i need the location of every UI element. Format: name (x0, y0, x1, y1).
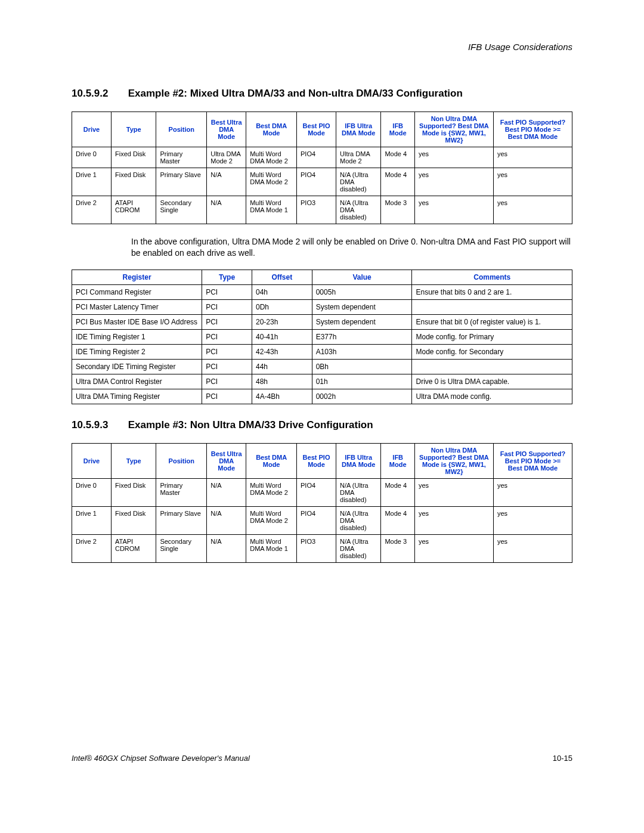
table-cell: 01h (312, 374, 412, 389)
column-header: Position (156, 112, 207, 147)
table-cell: PCI (202, 389, 252, 404)
column-header: Value (312, 270, 412, 284)
table-cell: yes (414, 168, 493, 196)
table-cell: E377h (312, 329, 412, 344)
table-row: PCI Master Latency TimerPCI0DhSystem dep… (72, 299, 572, 314)
table-cell: IDE Timing Register 1 (72, 329, 202, 344)
footer-left: Intel® 460GX Chipset Software Developer'… (72, 754, 250, 763)
table-cell: 04h (252, 284, 312, 299)
table-cell: 0005h (312, 284, 412, 299)
table-cell: Fixed Disk (111, 147, 156, 168)
table-cell: 48h (252, 374, 312, 389)
section-number: 10.5.9.2 (72, 88, 125, 100)
section-title: Example #2: Mixed Ultra DMA/33 and Non-u… (128, 88, 463, 99)
table-cell: Drive 1 (72, 168, 112, 196)
table-cell: N/A (207, 506, 246, 534)
section-heading-1: 10.5.9.2 Example #2: Mixed Ultra DMA/33 … (72, 88, 572, 100)
table-cell: PIO3 (297, 196, 336, 224)
table-cell: Primary Master (156, 478, 207, 506)
section-title: Example #3: Non Ultra DMA/33 Drive Confi… (128, 419, 373, 431)
section-number: 10.5.9.3 (72, 419, 125, 431)
table-cell: Multi Word DMA Mode 2 (246, 147, 297, 168)
column-header: IFB Mode (381, 112, 415, 147)
table-cell: Ultra DMA Mode 2 (207, 147, 246, 168)
table-cell: 0002h (312, 389, 412, 404)
paragraph-config-note: In the above configuration, Ultra DMA Mo… (131, 236, 572, 259)
table-cell: A103h (312, 344, 412, 359)
column-header: Best DMA Mode (246, 112, 297, 147)
table-cell: N/A (207, 196, 246, 224)
table-cell: Mode 3 (381, 534, 415, 562)
table-cell: Primary Slave (156, 506, 207, 534)
table-cell: Mode 4 (381, 147, 415, 168)
table-cell: PCI Master Latency Timer (72, 299, 202, 314)
table-cell: 20-23h (252, 314, 312, 329)
table-cell: Fixed Disk (111, 506, 156, 534)
table-cell: yes (414, 478, 493, 506)
table-row: PCI Command RegisterPCI04h0005hEnsure th… (72, 284, 572, 299)
table-example-3-drives: DriveTypePositionBest Ultra DMA ModeBest… (72, 443, 572, 563)
column-header: IFB Ultra DMA Mode (336, 443, 381, 478)
table-cell: Primary Slave (156, 168, 207, 196)
table-cell: Mode 4 (381, 478, 415, 506)
column-header: Fast PIO Supported? Best PIO Mode >= Bes… (493, 112, 572, 147)
table-cell (412, 299, 572, 314)
table-cell: Drive 0 is Ultra DMA capable. (412, 374, 572, 389)
table-cell: PCI (202, 374, 252, 389)
table-cell: Drive 0 (72, 478, 112, 506)
table-cell: Mode config. for Primary (412, 329, 572, 344)
table-cell: 0Dh (252, 299, 312, 314)
table-cell: Multi Word DMA Mode 2 (246, 478, 297, 506)
column-header: IFB Mode (381, 443, 415, 478)
table-cell: PCI Bus Master IDE Base I/O Address (72, 314, 202, 329)
column-header: Best PIO Mode (297, 112, 336, 147)
table-cell: N/A (207, 478, 246, 506)
table-cell: Mode 4 (381, 168, 415, 196)
table-cell: N/A (Ultra DMA disabled) (336, 478, 381, 506)
table-cell: Mode 3 (381, 196, 415, 224)
column-header: Best Ultra DMA Mode (207, 443, 246, 478)
table-cell: Mode config. for Secondary (412, 344, 572, 359)
table-example-2-registers: RegisterTypeOffsetValueComments PCI Comm… (72, 270, 572, 404)
table-cell: PIO4 (297, 168, 336, 196)
table-cell: Ensure that bit 0 (of register value) is… (412, 314, 572, 329)
table-cell: PIO4 (297, 506, 336, 534)
table-cell: N/A (Ultra DMA disabled) (336, 534, 381, 562)
column-header: Fast PIO Supported? Best PIO Mode >= Bes… (493, 443, 572, 478)
column-header: Type (111, 112, 156, 147)
column-header: Type (202, 270, 252, 284)
table-cell: yes (493, 478, 572, 506)
table-cell: Drive 2 (72, 196, 112, 224)
table-cell: yes (493, 196, 572, 224)
table-row: Drive 0Fixed DiskPrimary MasterUltra DMA… (72, 147, 572, 168)
table-cell: 40-41h (252, 329, 312, 344)
page-header: IFB Usage Considerations (72, 42, 572, 52)
table-cell: Ensure that bits 0 and 2 are 1. (412, 284, 572, 299)
table-row: PCI Bus Master IDE Base I/O AddressPCI20… (72, 314, 572, 329)
table-row: Drive 2ATAPI CDROMSecondary SingleN/AMul… (72, 196, 572, 224)
table-cell: N/A (207, 168, 246, 196)
table-cell: PIO4 (297, 147, 336, 168)
column-header: IFB Ultra DMA Mode (336, 112, 381, 147)
table-cell: Ultra DMA Control Register (72, 374, 202, 389)
table-cell: Multi Word DMA Mode 2 (246, 168, 297, 196)
table-row: IDE Timing Register 2PCI42-43hA103hMode … (72, 344, 572, 359)
column-header: Drive (72, 112, 112, 147)
table-cell: yes (493, 506, 572, 534)
table-cell: yes (493, 168, 572, 196)
column-header: Best DMA Mode (246, 443, 297, 478)
column-header: Non Ultra DMA Supported? Best DMA Mode i… (414, 112, 493, 147)
table-cell: Drive 2 (72, 534, 112, 562)
table-cell: PCI (202, 359, 252, 374)
table-cell: yes (493, 534, 572, 562)
column-header: Type (111, 443, 156, 478)
table-cell: Secondary IDE Timing Register (72, 359, 202, 374)
table-row: Ultra DMA Timing RegisterPCI4A-4Bh0002hU… (72, 389, 572, 404)
column-header: Comments (412, 270, 572, 284)
table-cell: yes (414, 534, 493, 562)
table-cell: yes (414, 147, 493, 168)
table-cell: Primary Master (156, 147, 207, 168)
table-cell: PIO3 (297, 534, 336, 562)
column-header: Best PIO Mode (297, 443, 336, 478)
section-heading-2: 10.5.9.3 Example #3: Non Ultra DMA/33 Dr… (72, 419, 572, 431)
